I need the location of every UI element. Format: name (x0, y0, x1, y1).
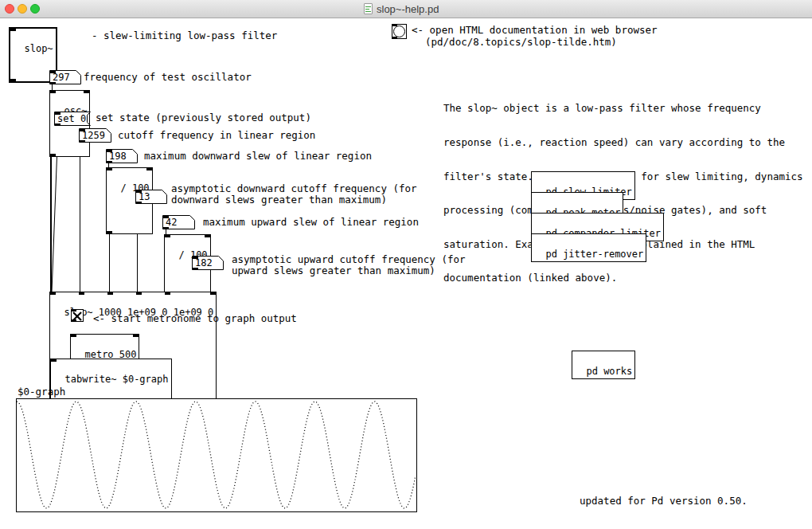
outlet-nub (55, 123, 61, 126)
tabwrite-object-box: tabwrite~ $0-graph (50, 359, 172, 400)
inlet-nub (165, 292, 170, 295)
description-line: response (i.e., reaction speed) can vary… (443, 137, 803, 148)
outlet-nub (193, 268, 198, 270)
inlet-nub (193, 257, 198, 259)
outlet-nub (72, 319, 76, 321)
outlet-nub (10, 79, 16, 81)
inlet-nub (392, 25, 397, 26)
graph-label: $0-graph (18, 386, 65, 398)
inlet-nub (165, 235, 170, 237)
doc-comment-line1: <- open HTML documentation in web browse… (412, 25, 658, 36)
up-slew-comment: maximum upward slew of linear region (203, 217, 419, 228)
outlet-nub (392, 37, 397, 38)
outlet-nub (107, 161, 112, 163)
inlet-nub (107, 292, 113, 295)
outlet-nub (50, 82, 56, 84)
asym-down-comment: asymptotic downward cutoff frequency (fo… (171, 183, 417, 206)
inlet-nub (79, 292, 84, 295)
down-slew-comment: maximum downward slew of linear region (144, 151, 372, 162)
outlet-nub (163, 227, 169, 229)
asym-down-number-box[interactable]: 13 (135, 190, 167, 204)
cutoff-number-box[interactable]: 1259 (79, 128, 111, 143)
subpatch-works[interactable]: pd works (572, 351, 635, 379)
subpatch-jitter-remover[interactable]: pd jitter-remover (531, 233, 646, 262)
inlet-nub (163, 216, 169, 218)
set-state-message[interactable]: set 0 (54, 112, 91, 126)
metronome-toggle[interactable] (71, 309, 84, 322)
inlet-nub (146, 168, 152, 170)
description-line: The slop~ object is a low-pass filter wh… (443, 103, 803, 114)
graph-frame (16, 398, 417, 512)
graph-waveform (17, 399, 416, 511)
cutoff-number-value: 1259 (82, 129, 105, 142)
outlet-nub (136, 202, 142, 204)
pd-patch-window: { "window": { "title": "slop~-help.pd" }… (0, 0, 812, 529)
set-state-comment: set state (previously stored output) (96, 112, 311, 123)
asym-up-comment: asymptotic upward cutoff frequency (foru… (232, 254, 466, 276)
freq-number-box[interactable]: 297 (49, 70, 81, 84)
inlet-nub (80, 129, 85, 131)
inlet-nub (205, 235, 210, 237)
title-bar: slop~-help.pd (0, 0, 812, 18)
inlet-nub (10, 29, 16, 31)
set-message-label: set 0 (57, 112, 86, 125)
inlet-nub (51, 359, 57, 362)
doc-comment-line2: (pd/doc/8.topics/slop-tilde.htm) (425, 37, 617, 48)
inlet-nub (50, 91, 56, 93)
inlet-nub (50, 71, 56, 73)
slop-object-label: slop~ (24, 43, 53, 54)
inlet-nub (136, 292, 142, 295)
down-slew-number-box[interactable]: 198 (106, 149, 138, 163)
inlet-nub (133, 335, 139, 337)
close-button[interactable] (5, 4, 14, 14)
inlet-nub (84, 91, 89, 93)
inlet-nub (107, 150, 112, 152)
window-title: slop~-help.pd (377, 3, 439, 15)
subpatch-label: pd works (586, 366, 632, 377)
open-docs-bang[interactable] (392, 24, 407, 39)
cutoff-comment: cutoff frequency in linear region (118, 130, 315, 141)
footer-comment: updated for Pd version 0.50. (580, 496, 748, 507)
document-icon (364, 3, 373, 14)
inlet-nub (136, 190, 142, 193)
tagline-comment: - slew-limiting low-pass filter (92, 30, 277, 41)
description-line: documentation (linked above). (443, 272, 803, 284)
outlet-nub (80, 140, 85, 143)
minimize-button[interactable] (18, 4, 27, 14)
bang-circle-icon (393, 25, 405, 37)
inlet-nub (55, 112, 61, 115)
inlet-nub (72, 310, 76, 312)
subpatch-label: pd jitter-remover (545, 249, 643, 260)
asym-up-number-box[interactable]: 182 (192, 256, 224, 270)
inlet-nub (71, 335, 76, 337)
toggle-comment: <- start metronome to graph output (93, 313, 297, 324)
outlet-nub (107, 231, 112, 233)
freq-comment: frequency of test oscillator (84, 72, 252, 83)
zoom-button[interactable] (30, 4, 40, 14)
outlet-nub (50, 154, 56, 156)
inlet-nub (210, 292, 216, 295)
up-slew-number-box[interactable]: 42 (162, 215, 195, 229)
inlet-nub (50, 292, 56, 295)
tabwrite-label: tabwrite~ $0-graph (64, 374, 168, 385)
inlet-nub (107, 168, 112, 170)
